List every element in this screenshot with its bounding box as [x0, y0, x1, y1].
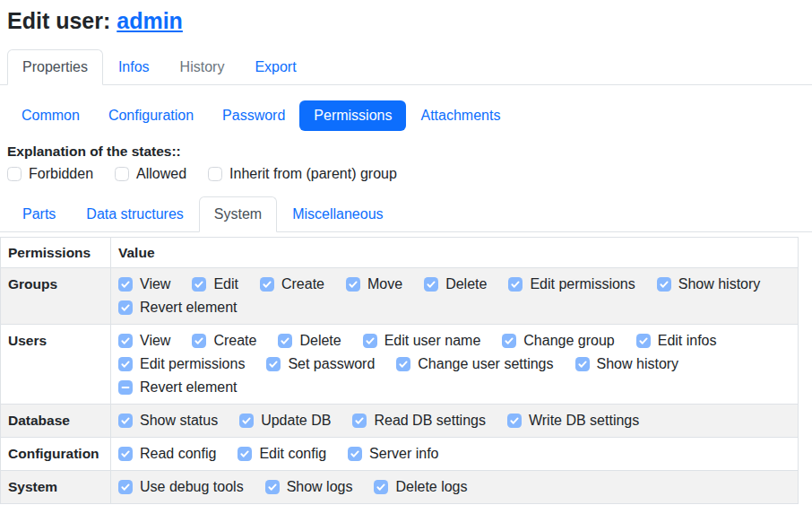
permission-row-database: DatabaseShow statusUpdate DBRead DB sett…: [1, 405, 799, 438]
checkbox-checked-icon: [352, 414, 367, 428]
checkbox-unchecked-icon: [208, 167, 222, 181]
configuration-checkbox-server-info[interactable]: Server info: [348, 442, 438, 466]
configuration-label-server-info: Server info: [369, 442, 438, 466]
permission-row-system: SystemUse debug toolsShow logsDelete log…: [1, 471, 799, 504]
users-checkbox-show-history[interactable]: Show history: [575, 353, 679, 376]
checkbox-unchecked-icon: [115, 167, 129, 181]
groups-checkbox-show-history[interactable]: Show history: [657, 273, 761, 296]
edited-user-link[interactable]: admin: [117, 8, 183, 33]
groups-checkbox-edit[interactable]: Edit: [192, 273, 238, 296]
users-label-set-password: Set password: [288, 353, 375, 376]
checkbox-checked-icon: [508, 277, 523, 292]
groups-checkbox-view[interactable]: View: [118, 273, 170, 296]
database-checkbox-update-db[interactable]: Update DB: [239, 409, 331, 432]
pill-permissions[interactable]: Permissions: [299, 100, 406, 131]
table-header-row: Permissions Value: [1, 238, 799, 268]
checkbox-checked-icon: [575, 357, 590, 371]
users-label-show-history: Show history: [597, 353, 679, 376]
legend-checkbox-inherit-from-parent-group[interactable]: Inherit from (parent) group: [208, 166, 397, 182]
category-database: Database: [1, 405, 111, 438]
users-label-view: View: [140, 329, 170, 353]
pill-attachments[interactable]: Attachments: [406, 100, 514, 131]
pill-password[interactable]: Password: [208, 100, 299, 131]
checkbox-checked-icon: [636, 334, 651, 348]
users-label-delete: Delete: [299, 329, 341, 353]
system-checkbox-use-debug-tools[interactable]: Use debug tools: [118, 475, 244, 499]
groups-checkbox-delete[interactable]: Delete: [424, 273, 487, 296]
system-checkbox-delete-logs[interactable]: Delete logs: [374, 475, 467, 499]
users-label-change-user-settings: Change user settings: [418, 353, 553, 376]
checkbox-checked-icon: [507, 414, 522, 428]
users-checkbox-change-user-settings[interactable]: Change user settings: [396, 353, 553, 376]
checkbox-checked-icon: [118, 357, 133, 371]
groups-checkbox-edit-permissions[interactable]: Edit permissions: [508, 273, 635, 296]
checkbox-checked-icon: [118, 414, 133, 428]
users-checkbox-edit-permissions[interactable]: Edit permissions: [118, 353, 245, 376]
tab-infos[interactable]: Infos: [103, 49, 165, 85]
users-checkbox-edit-user-name[interactable]: Edit user name: [363, 329, 481, 353]
database-checkbox-write-db-settings[interactable]: Write DB settings: [507, 409, 639, 432]
tab-parts[interactable]: Parts: [7, 196, 71, 232]
groups-checkbox-revert-element[interactable]: Revert element: [118, 296, 238, 319]
database-label-show-status: Show status: [140, 409, 218, 432]
value-cell-system: Use debug toolsShow logsDelete logs: [111, 471, 799, 504]
database-checkbox-show-status[interactable]: Show status: [118, 409, 218, 432]
groups-label-move: Move: [367, 273, 402, 296]
checkbox-checked-icon: [118, 447, 133, 461]
configuration-label-edit-config: Edit config: [259, 442, 326, 466]
users-checkbox-edit-infos[interactable]: Edit infos: [636, 329, 717, 353]
configuration-checkbox-read-config[interactable]: Read config: [118, 442, 216, 466]
database-label-write-db-settings: Write DB settings: [529, 409, 639, 432]
checkbox-checked-icon: [265, 480, 280, 494]
checkbox-checked-icon: [278, 334, 292, 348]
users-checkbox-create[interactable]: Create: [192, 329, 256, 353]
system-label-delete-logs: Delete logs: [395, 475, 467, 499]
pill-common[interactable]: Common: [7, 100, 94, 131]
users-label-edit-user-name: Edit user name: [384, 329, 481, 353]
configuration-label-read-config: Read config: [140, 442, 216, 466]
system-checkbox-show-logs[interactable]: Show logs: [265, 475, 353, 499]
legend-label-inherit-from-parent-group: Inherit from (parent) group: [229, 166, 397, 182]
tab-system[interactable]: System: [199, 196, 277, 232]
groups-label-edit: Edit: [213, 273, 238, 296]
checkbox-checked-icon: [424, 277, 438, 292]
value-cell-groups: ViewEditCreateMoveDeleteEdit permissions…: [111, 268, 799, 325]
permission-row-configuration: ConfigurationRead configEdit configServe…: [1, 438, 799, 471]
groups-checkbox-create[interactable]: Create: [260, 273, 324, 296]
category-system: System: [1, 471, 111, 504]
value-cell-configuration: Read configEdit configServer info: [111, 438, 799, 471]
users-checkbox-revert-element[interactable]: Revert element: [118, 376, 238, 399]
checkbox-checked-icon: [396, 357, 410, 371]
checkbox-checked-icon: [192, 334, 206, 348]
system-label-show-logs: Show logs: [287, 475, 353, 499]
users-label-change-group: Change group: [523, 329, 614, 353]
legend-checkbox-allowed[interactable]: Allowed: [115, 166, 186, 182]
permissions-table: Permissions Value GroupsViewEditCreateMo…: [0, 237, 799, 504]
groups-label-revert-element: Revert element: [140, 296, 238, 319]
database-checkbox-read-db-settings[interactable]: Read DB settings: [352, 409, 486, 432]
tab-data-structures[interactable]: Data structures: [71, 196, 198, 232]
users-checkbox-delete[interactable]: Delete: [278, 329, 341, 353]
permission-row-groups: GroupsViewEditCreateMoveDeleteEdit permi…: [1, 268, 799, 325]
groups-checkbox-move[interactable]: Move: [346, 273, 402, 296]
checkbox-checked-icon: [192, 277, 206, 292]
checkbox-checked-icon: [238, 447, 252, 461]
tab-history: History: [165, 49, 240, 85]
tab-export[interactable]: Export: [239, 49, 311, 85]
pill-configuration[interactable]: Configuration: [94, 100, 208, 131]
configuration-checkbox-edit-config[interactable]: Edit config: [238, 442, 326, 466]
groups-label-create: Create: [281, 273, 324, 296]
tab-miscellaneous[interactable]: Miscellaneous: [277, 196, 398, 232]
database-label-read-db-settings: Read DB settings: [374, 409, 486, 432]
users-checkbox-view[interactable]: View: [118, 329, 170, 353]
legend-checkbox-forbidden[interactable]: Forbidden: [7, 166, 93, 182]
groups-label-show-history: Show history: [678, 273, 761, 296]
users-label-revert-element: Revert element: [140, 376, 238, 399]
users-checkbox-change-group[interactable]: Change group: [502, 329, 614, 353]
groups-label-edit-permissions: Edit permissions: [530, 273, 635, 296]
category-configuration: Configuration: [1, 438, 111, 471]
users-checkbox-set-password[interactable]: Set password: [266, 353, 375, 376]
legend-heading: Explanation of the states::: [7, 144, 812, 160]
tab-properties[interactable]: Properties: [7, 49, 103, 85]
category-groups: Groups: [1, 268, 111, 325]
